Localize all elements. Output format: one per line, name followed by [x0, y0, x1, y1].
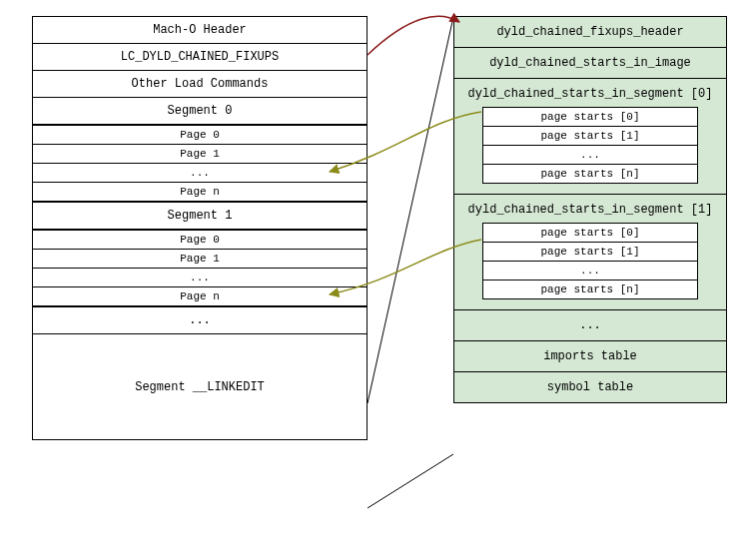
linkedit-bottom-connector — [368, 454, 453, 508]
starts-in-segment-0: dyld_chained_starts_in_segment [0] page … — [454, 78, 726, 194]
page-starts-row: page starts [1] — [483, 242, 697, 261]
starts-in-segment-1-label: dyld_chained_starts_in_segment [1] — [464, 203, 716, 223]
imports-table: imports table — [454, 340, 726, 371]
lc-to-header-arrow — [368, 16, 459, 55]
page-starts-row: page starts [n] — [483, 280, 697, 298]
starts-in-segment-1: dyld_chained_starts_in_segment [1] page … — [454, 194, 726, 309]
starts-in-segment-0-label: dyld_chained_starts_in_segment [0] — [464, 87, 716, 107]
symbol-table: symbol table — [454, 371, 726, 402]
diagram-canvas: Mach-O Header LC_DYLD_CHAINED_FIXUPS Oth… — [0, 0, 745, 560]
page-row: ... — [33, 268, 367, 286]
segment-1-pages: Page 0 Page 1 ... Page n — [32, 230, 368, 306]
page-row: ... — [33, 163, 367, 182]
page-starts-row: page starts [n] — [483, 164, 697, 183]
page-row: Page 1 — [33, 144, 367, 163]
segment-0-label: Segment 0 — [33, 98, 367, 125]
other-load-commands: Other Load Commands — [33, 70, 367, 97]
page-row: Page 0 — [33, 231, 367, 249]
page-starts-table-0: page starts [0] page starts [1] ... page… — [482, 107, 698, 184]
macho-header: Mach-O Header — [33, 17, 367, 43]
page-row: Page n — [33, 286, 367, 305]
page-row: Page 1 — [33, 249, 367, 268]
page-starts-table-1: page starts [0] page starts [1] ... page… — [482, 223, 698, 299]
page-starts-row: page starts [1] — [483, 126, 697, 145]
linkedit-top-connector — [368, 17, 453, 403]
segment-0-pages: Page 0 Page 1 ... Page n — [32, 125, 368, 202]
lc-dyld-chained-fixups: LC_DYLD_CHAINED_FIXUPS — [33, 43, 367, 70]
segments-ellipsis: ... — [33, 306, 367, 333]
starts-in-image: dyld_chained_starts_in_image — [454, 47, 726, 78]
page-starts-row: ... — [483, 261, 697, 280]
segment-linkedit: Segment __LINKEDIT — [33, 333, 367, 439]
page-starts-row: ... — [483, 145, 697, 164]
segment-0-block: Segment 0 Page 0 Page 1 ... Page n — [33, 97, 367, 202]
macho-layout: Mach-O Header LC_DYLD_CHAINED_FIXUPS Oth… — [32, 16, 368, 440]
page-row: Page n — [33, 182, 367, 201]
fixups-ellipsis: ... — [454, 309, 726, 340]
page-row: Page 0 — [33, 126, 367, 144]
fixups-header: dyld_chained_fixups_header — [454, 17, 726, 47]
page-starts-row: page starts [0] — [483, 108, 697, 126]
page-starts-row: page starts [0] — [483, 224, 697, 242]
segment-1-block: Segment 1 Page 0 Page 1 ... Page n — [33, 202, 367, 306]
segment-1-label: Segment 1 — [33, 203, 367, 230]
fixups-layout: dyld_chained_fixups_header dyld_chained_… — [453, 16, 727, 403]
